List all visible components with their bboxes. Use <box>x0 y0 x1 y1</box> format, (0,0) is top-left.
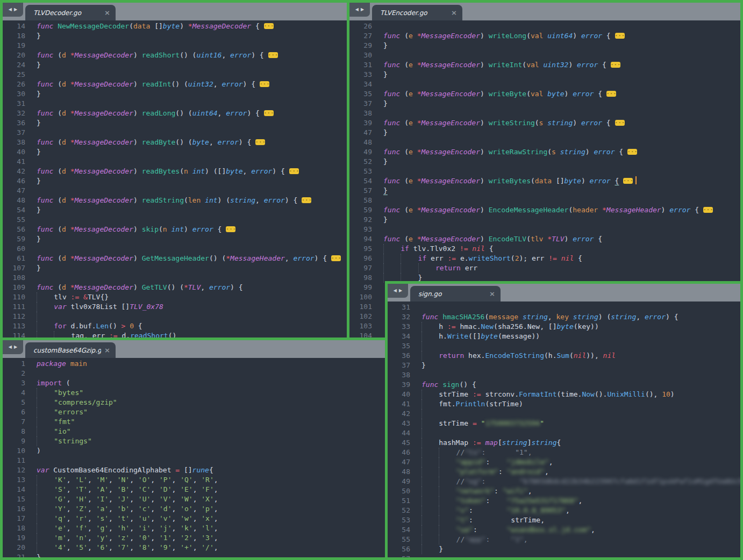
code-line[interactable]: 35 <box>388 341 740 351</box>
code-line[interactable]: 21} <box>3 552 385 560</box>
prev-file-icon[interactable]: ◀ <box>394 289 397 293</box>
code-line[interactable]: 53 <box>349 167 740 176</box>
code-line[interactable]: 17'q', 'r', 's', 't', 'u', 'v', 'w', 'x'… <box>3 514 385 523</box>
code-line[interactable]: 93 <box>349 225 740 234</box>
code-line[interactable]: 26 <box>349 21 740 31</box>
code-line[interactable]: 97return err <box>349 263 740 273</box>
code-line[interactable]: 27func (e *MessageEncoder) writeLong(val… <box>349 31 740 41</box>
code-line[interactable]: 12var CustomBase64EncodingAlphabet = []r… <box>3 465 385 475</box>
code-line[interactable]: 58 <box>349 196 740 205</box>
code-line[interactable]: 47 <box>3 186 347 196</box>
code-line[interactable]: 56} <box>388 544 740 554</box>
code-area-custombase64gzip[interactable]: 1package main23import (4"bytes"5"compres… <box>3 358 385 557</box>
code-line[interactable]: 18} <box>3 31 347 41</box>
code-line[interactable]: 3import ( <box>3 378 385 388</box>
code-line[interactable]: 19 <box>3 41 347 51</box>
folded-region-icon[interactable] <box>615 33 625 39</box>
folded-region-icon[interactable] <box>260 81 269 87</box>
code-line[interactable]: 52"v": "10.0.8_89053", <box>388 506 740 515</box>
code-line[interactable]: 59} <box>3 234 347 244</box>
code-line[interactable]: 32func (d *MessageDecoder) readLong() (u… <box>3 109 347 118</box>
code-line[interactable]: 9"strings" <box>3 436 385 446</box>
code-line[interactable]: 10) <box>3 446 385 456</box>
code-line[interactable]: 46//"ts": "1", <box>388 448 740 457</box>
close-icon[interactable]: × <box>486 290 501 298</box>
code-line[interactable]: 26func (d *MessageDecoder) readInt() (ui… <box>3 80 347 89</box>
code-line[interactable]: 34 <box>349 80 740 89</box>
code-line[interactable]: 4"bytes" <box>3 388 385 398</box>
code-line[interactable]: 36return hex.EncodeToString(h.Sum(nil)),… <box>388 351 740 361</box>
code-line[interactable]: 7"fmt" <box>3 417 385 427</box>
group-nav[interactable]: ◀ ▶ <box>3 340 23 354</box>
code-line[interactable]: 40strTime := strconv.FormatInt(time.Now(… <box>388 390 740 399</box>
code-line[interactable]: 32func hmacSHA256(message string, key st… <box>388 312 740 322</box>
folded-region-icon[interactable] <box>264 23 274 29</box>
prev-file-icon[interactable]: ◀ <box>355 8 359 12</box>
code-line[interactable]: 2 <box>3 369 385 378</box>
code-line[interactable]: 111var tlv0x78List []TLV_0x78 <box>3 302 347 312</box>
code-line[interactable]: 51"token": "75a25e531f17868", <box>388 496 740 506</box>
folded-region-icon[interactable] <box>268 52 278 58</box>
code-line[interactable]: 49//"sg": "b7803d6dcd22b34b223907cfa8d1f… <box>388 477 740 486</box>
code-line[interactable]: 46} <box>3 176 347 186</box>
code-line[interactable]: 52} <box>349 157 740 167</box>
code-line[interactable]: 55 <box>3 215 347 225</box>
code-line[interactable]: 53"t": strTime, <box>388 515 740 525</box>
close-icon[interactable]: × <box>101 346 116 354</box>
code-line[interactable]: 31func (e *MessageEncoder) writeInt(val … <box>349 60 740 70</box>
folded-region-icon[interactable] <box>627 149 637 155</box>
code-line[interactable]: 54} <box>3 205 347 215</box>
code-line[interactable]: 6"errors" <box>3 407 385 417</box>
code-line[interactable]: 112 <box>3 312 347 321</box>
code-line[interactable]: 92} <box>349 215 740 225</box>
folded-region-icon[interactable] <box>255 139 265 145</box>
code-line[interactable]: 14func NewMessageDecoder(data []byte) *M… <box>3 21 347 31</box>
code-line[interactable]: 39func sign() { <box>388 380 740 390</box>
code-line[interactable]: 43strTime = "1750003732594" <box>388 419 740 428</box>
code-line[interactable]: 16'Y', 'Z', 'a', 'b', 'c', 'd', 'o', 'p'… <box>3 504 385 514</box>
code-line[interactable]: 38 <box>349 109 740 118</box>
code-line[interactable]: 1package main <box>3 359 385 369</box>
code-line[interactable]: 37} <box>388 361 740 370</box>
code-line[interactable]: 45hashMap := map[string]string{ <box>388 438 740 448</box>
prev-file-icon[interactable]: ◀ <box>9 8 12 12</box>
folded-region-icon[interactable] <box>623 178 633 184</box>
folded-region-icon[interactable] <box>289 168 299 174</box>
code-line[interactable]: 25 <box>3 70 347 80</box>
code-line[interactable]: 8"io" <box>3 427 385 436</box>
group-nav[interactable]: ◀ ▶ <box>3 3 23 17</box>
code-line[interactable]: 20'4', '5', '6', '7', '8', '9', '+', '/'… <box>3 543 385 552</box>
folded-region-icon[interactable] <box>302 197 311 203</box>
close-icon[interactable]: × <box>448 9 462 17</box>
code-line[interactable]: 20func (d *MessageDecoder) readShort() (… <box>3 51 347 60</box>
code-line[interactable]: 42func (d *MessageDecoder) readBytes(n i… <box>3 167 347 176</box>
code-line[interactable]: 110tlv := &TLV{} <box>3 292 347 302</box>
code-line[interactable]: 48func (d *MessageDecoder) readString(le… <box>3 196 347 205</box>
code-area-tlvdecoder[interactable]: 14func NewMessageDecoder(data []byte) *M… <box>3 20 347 338</box>
code-line[interactable]: 57 <box>388 554 740 560</box>
code-line[interactable]: 38func (d *MessageDecoder) readByte() (b… <box>3 138 347 147</box>
code-line[interactable]: 48 <box>349 138 740 147</box>
code-area-sign[interactable]: 3132func hmacSHA256(message string, key … <box>388 301 740 557</box>
next-file-icon[interactable]: ▶ <box>14 8 17 12</box>
prev-file-icon[interactable]: ◀ <box>9 345 12 349</box>
folded-region-icon[interactable] <box>611 62 620 68</box>
code-line[interactable]: 30} <box>3 89 347 99</box>
code-line[interactable]: 48"platform": "android", <box>388 467 740 477</box>
code-line[interactable]: 33} <box>349 70 740 80</box>
code-line[interactable]: 113for d.buf.Len() > 0 { <box>3 321 347 331</box>
folded-region-icon[interactable] <box>331 255 341 261</box>
tab-sign[interactable]: sign.go × <box>410 286 501 301</box>
code-line[interactable]: 55//"app": "1", <box>388 535 740 544</box>
code-line[interactable]: 44 <box>388 428 740 438</box>
code-line[interactable]: 36} <box>3 118 347 128</box>
folded-region-icon[interactable] <box>264 110 274 116</box>
code-line[interactable]: 108 <box>3 273 347 283</box>
folded-region-icon[interactable] <box>226 226 235 232</box>
code-line[interactable]: 31 <box>388 303 740 312</box>
code-line[interactable]: 18'e', 'f', 'g', 'h', 'i', 'j', 'k', 'l'… <box>3 523 385 533</box>
code-line[interactable]: 11 <box>3 456 385 465</box>
group-nav[interactable]: ◀ ▶ <box>388 284 408 298</box>
group-nav[interactable]: ◀ ▶ <box>349 3 370 17</box>
code-line[interactable]: 54func (e *MessageEncoder) writeBytes(da… <box>349 176 740 186</box>
